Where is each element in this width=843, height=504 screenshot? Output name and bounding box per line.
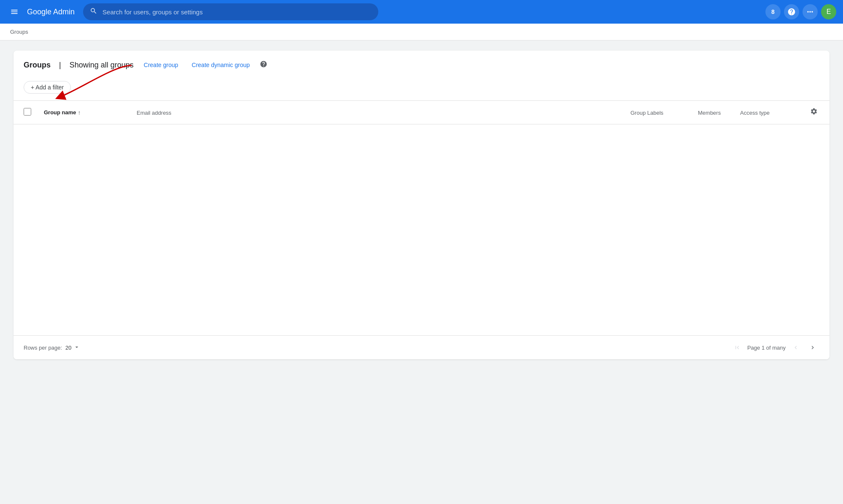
groups-title-bold: Groups xyxy=(24,61,51,70)
google-admin-logo[interactable]: Google Admin xyxy=(27,8,75,16)
table-body xyxy=(13,124,830,335)
col-email: Email address xyxy=(137,109,630,116)
col-members: Members xyxy=(698,109,740,116)
table-footer: Rows per page: 20 Page 1 of many xyxy=(13,335,830,359)
settings-icon[interactable] xyxy=(808,106,819,119)
rows-per-page-label: Rows per page: xyxy=(24,345,62,351)
showing-all-label: Showing all groups xyxy=(70,61,134,70)
groups-card: Groups | Showing all groups Create group… xyxy=(13,51,830,359)
rows-per-page-control: Rows per page: 20 xyxy=(24,344,80,352)
breadcrumb-bar: Groups xyxy=(0,24,843,40)
rows-per-page-value: 20 xyxy=(65,345,71,351)
first-page-button[interactable] xyxy=(730,341,744,354)
title-separator: | xyxy=(59,61,61,70)
support-icon-btn[interactable]: 8 xyxy=(765,4,781,19)
search-icon xyxy=(90,7,97,17)
add-filter-label: + Add a filter xyxy=(31,84,64,91)
table-header: Group name ↑ Email address Group Labels … xyxy=(13,101,830,124)
sort-up-icon: ↑ xyxy=(78,109,81,116)
search-bar xyxy=(83,3,378,20)
create-dynamic-group-link[interactable]: Create dynamic group xyxy=(189,59,253,71)
user-avatar[interactable]: E xyxy=(821,4,836,19)
col-settings xyxy=(799,106,819,119)
help-icon-btn[interactable] xyxy=(784,4,799,19)
members-header: Members xyxy=(698,110,721,116)
add-filter-button[interactable]: + Add a filter xyxy=(24,81,71,94)
col-group-name[interactable]: Group name ↑ xyxy=(44,109,137,116)
email-header: Email address xyxy=(137,110,171,116)
col-labels: Group Labels xyxy=(630,109,698,116)
col-access: Access type xyxy=(740,109,799,116)
page-info: Page 1 of many xyxy=(747,345,786,351)
create-group-link[interactable]: Create group xyxy=(140,59,182,71)
main-content: Groups | Showing all groups Create group… xyxy=(0,40,843,369)
card-header: Groups | Showing all groups Create group… xyxy=(13,51,830,78)
access-type-header: Access type xyxy=(740,110,770,116)
search-input[interactable] xyxy=(102,8,372,16)
menu-icon[interactable] xyxy=(7,4,22,19)
next-page-button[interactable] xyxy=(806,341,819,354)
breadcrumb: Groups xyxy=(10,29,28,35)
rows-per-page-select[interactable]: 20 xyxy=(65,344,80,352)
select-all-checkbox[interactable] xyxy=(24,108,31,116)
apps-icon-btn[interactable] xyxy=(803,4,818,19)
topbar: Google Admin 8 E xyxy=(0,0,843,24)
prev-page-button[interactable] xyxy=(789,341,803,354)
pagination-controls: Page 1 of many xyxy=(730,341,819,354)
card-help-icon[interactable] xyxy=(260,60,267,70)
topbar-right-icons: 8 E xyxy=(765,4,836,19)
filter-bar: + Add a filter xyxy=(13,78,830,101)
select-all-checkbox-col xyxy=(24,108,44,117)
group-name-header: Group name xyxy=(44,109,76,116)
labels-header: Group Labels xyxy=(630,110,663,116)
rows-dropdown-icon xyxy=(73,344,80,352)
logo-text: Google Admin xyxy=(27,8,75,16)
